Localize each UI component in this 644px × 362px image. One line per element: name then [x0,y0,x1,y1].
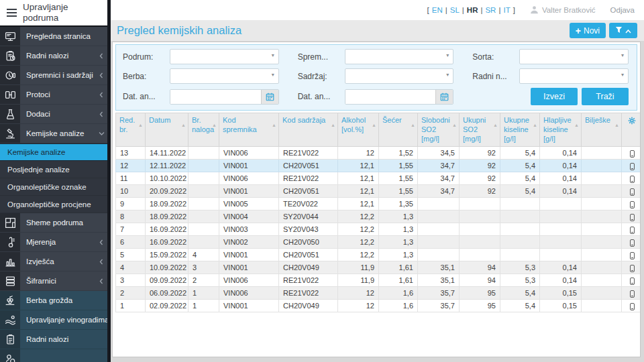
date-to-input[interactable] [345,90,436,104]
table-row[interactable]: 309.09.20222VIN006RE21V02211,91,6135,194… [116,274,641,287]
column-header-slobodni-so2-mg-l[interactable]: Slobodni SO2 [mg/l]▲ [418,113,460,147]
language-link-sl[interactable]: SL [450,6,460,14]
plus-icon: + [576,26,581,36]
column-label: Ukupni SO2 [mg/l] [463,116,486,143]
mobile-note-icon[interactable] [630,163,635,170]
cell-br-naloga: 1 [189,300,219,312]
spremnik-select[interactable]: ▾ [345,49,454,64]
cell-ukupni-so2-mg-l: 92 [460,185,500,198]
hamburger-menu-icon[interactable] [7,9,17,17]
chevron-up-icon [625,26,631,36]
filter-toggle-button[interactable] [609,23,637,38]
cell-kod-spremnika: VIN001 [219,160,279,172]
mobile-note-icon[interactable] [630,188,635,196]
mobile-note-icon[interactable] [630,227,635,234]
cell-alkohol-vol: 12,2 [338,236,379,249]
cell-slobodni-so2-mg-l [418,210,460,223]
language-link-en[interactable]: EN [432,6,443,14]
mobile-note-icon[interactable] [630,303,635,310]
mobile-note-icon[interactable] [630,150,635,158]
column-header-e-er[interactable]: Šećer▲ [379,113,418,147]
column-header-br-naloga[interactable]: Br. naloga▲ [189,113,219,147]
export-button[interactable]: Izvezi [531,88,578,105]
sidebar-subitem-organolepti-ke-oznake[interactable]: Organoleptičke oznake [0,178,107,196]
sidebar-item-berba-gro-a[interactable]: Berba grožđa [0,291,107,310]
sidebar-item-kemijske-analize[interactable]: Kemijske analize [0,124,107,143]
language-link-sr[interactable]: SR [485,6,496,14]
table-row[interactable]: 1110.10.2022VIN006RE21V02212,11,5534,792… [116,172,641,185]
calendar-icon[interactable] [261,90,278,104]
new-button[interactable]: + Novi [570,23,606,38]
column-header-datum[interactable]: Datum▲ [146,113,189,147]
sidebar-item-ifrarnici[interactable]: Šifrarnici [0,272,107,291]
mobile-note-icon[interactable] [630,201,635,208]
mobile-note-icon[interactable] [630,214,635,221]
mobile-note-icon[interactable] [630,290,635,298]
table-row[interactable]: 616.09.2022VIN002CH20V05012,21,3 [116,236,641,249]
calendar-icon[interactable] [435,90,453,104]
filter-label: Dat. an... [123,92,164,101]
cell-br-naloga [189,236,219,249]
table-row[interactable]: 102.09.20221VIN001CH20V049121,635,7955,4… [116,300,641,312]
table-row[interactable]: 1020.09.2022VIN001CH20V05112,11,5534,792… [116,185,641,198]
column-header-kod-spremnika[interactable]: Kod spremnika▲ [219,113,279,147]
sidebar-subitem-posljednje-analize[interactable]: Posljednje analize [0,161,107,178]
column-header-bilje-ke[interactable]: Bilješke▲ [582,113,622,147]
sidebar-item-protoci[interactable]: Protoci [0,85,107,105]
sidebar-item-radni-nalozi[interactable]: Radni nalozi [0,330,107,349]
sidebar-item-pregledna-stranica[interactable]: Pregledna stranica [0,27,107,46]
sadrzaj-select[interactable]: ▾ [345,68,454,84]
berba-select[interactable]: ▾ [170,68,279,84]
sidebar-item-item[interactable] [0,349,107,362]
sorta-select[interactable]: ▾ [519,49,629,64]
mobile-note-icon[interactable] [630,265,635,272]
mobile-note-icon[interactable] [630,176,635,183]
cell-bilje-ke [582,274,622,287]
column-header-alkohol-vol[interactable]: Alkohol [vol.%]▲ [338,113,379,147]
cell-slobodni-so2-mg-l [418,249,460,261]
column-header-settings[interactable] [622,113,641,147]
table-row[interactable]: 818.09.2022VIN004SY20V04412,21,3 [116,210,641,223]
table-row[interactable]: 716.09.2022VIN003SY20V04312,21,3 [116,223,641,236]
sidebar-subitem-organolepti-ke-procjene[interactable]: Organoleptičke procjene [0,196,107,213]
sidebar-subitem-kemijske-analize[interactable]: Kemijske analize [0,143,107,161]
sidebar-item-izvje-a[interactable]: Izvješća [0,252,107,272]
table-row[interactable]: 918.09.2022VIN005TE20V02212,11,35 [116,198,641,210]
podrum-select[interactable]: ▾ [170,49,279,64]
search-button[interactable]: Traži [582,88,629,105]
filter-label: Radni n... [472,72,514,81]
cell-kod-spremnika: VIN006 [219,147,279,160]
cell-slobodni-so2-mg-l: 34,5 [418,147,460,160]
table-row[interactable]: 515.09.20224VIN001CH20V05112,21,3 [116,249,641,261]
sidebar-item-upravljanje-vinogradima[interactable]: Upravljanje vinogradima [0,310,107,330]
table-row[interactable]: 206.09.20221VIN006RE21V022121,635,7955,4… [116,287,641,300]
column-header-kod-sadr-aja[interactable]: Kod sadržaja▲ [279,113,338,147]
user-name: Valter Bratković [542,6,596,14]
sidebar-item-sheme-podruma[interactable]: Sheme podruma [0,213,107,233]
cell-kod-spremnika: VIN004 [219,210,279,223]
sidebar-item-label: Pregledna stranica [20,27,107,46]
column-header-ukupne-kiseline-g-l[interactable]: Ukupne kiseline [g/l]▲ [500,113,540,147]
date-from-input[interactable] [170,90,261,104]
language-link-hr[interactable]: HR [467,6,478,14]
radni-nalog-select[interactable]: ▾ [519,68,629,84]
table-row[interactable]: 1314.11.2022VIN006RE21V022121,5234,5925,… [116,147,641,160]
mobile-note-icon[interactable] [630,239,635,247]
language-link-it[interactable]: IT [503,6,510,14]
table-row[interactable]: 1212.11.2022VIN001CH20V05112,11,5534,792… [116,160,641,172]
cell-kod-sadr-aja: CH20V050 [279,236,338,249]
logout-link[interactable]: Odjava [610,6,635,14]
sidebar-item-mjerenja[interactable]: Mjerenja [0,233,107,252]
filter-label: Sadržaj: [298,72,339,81]
column-header-hlapljive-kiseline-g-l[interactable]: Hlapljive kiseline [g/l]▲ [540,113,582,147]
sidebar-item-dodaci[interactable]: Dodaci [0,105,107,124]
column-header-ukupni-so2-mg-l[interactable]: Ukupni SO2 [mg/l]▲ [460,113,500,147]
table-row[interactable]: 410.09.20223VIN001CH20V04911,91,6135,194… [116,261,641,274]
cell-datum: 16.09.2022 [146,223,189,236]
mobile-note-icon[interactable] [630,278,635,285]
sidebar-item-radni-nalozi[interactable]: Radni nalozi [0,46,107,66]
column-header-red-br[interactable]: Red. br.▲ [116,113,146,147]
chevron-left-icon [95,85,107,104]
mobile-note-icon[interactable] [630,252,635,259]
sidebar-item-spremnici-i-sadr-aji[interactable]: Spremnici i sadržaji [0,66,107,85]
